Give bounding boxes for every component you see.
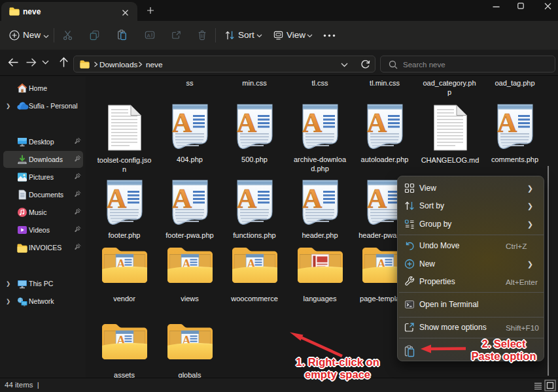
svg-text:A: A (147, 33, 151, 39)
